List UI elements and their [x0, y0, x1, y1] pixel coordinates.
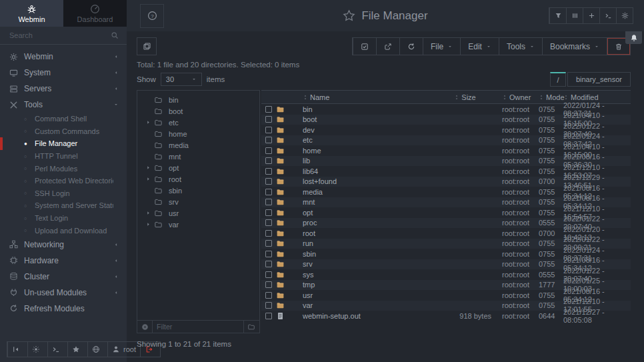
sort-icon — [454, 94, 459, 101]
row-checkbox[interactable] — [265, 219, 272, 226]
page-size-select[interactable]: 30 — [161, 73, 202, 86]
file-table: Name Size Owner Mode Modified binroot:ro… — [261, 90, 631, 333]
file-modified: 2021/12/27 - 08:05:08 — [563, 308, 631, 324]
select-view-button[interactable] — [137, 37, 157, 55]
row-checkbox[interactable] — [265, 127, 272, 133]
sidebar-item[interactable]: Cluster — [0, 269, 127, 285]
search-input[interactable] — [8, 31, 107, 40]
row-checkbox[interactable] — [265, 302, 272, 309]
tree-item[interactable]: root — [137, 173, 259, 185]
toolbar-button[interactable] — [399, 38, 423, 55]
folder-filter-icon[interactable] — [247, 323, 255, 331]
footer-button[interactable] — [67, 342, 87, 357]
tree-item[interactable]: var — [137, 219, 259, 230]
clear-filter-icon[interactable] — [141, 323, 149, 331]
header-action-button[interactable] — [566, 8, 583, 23]
sidebar-item[interactable]: ●File Manager — [0, 137, 127, 150]
sidebar-item[interactable]: ○Command Shell — [0, 113, 127, 125]
toolbar-button[interactable] — [353, 38, 376, 55]
row-checkbox[interactable] — [265, 106, 272, 113]
sidebar-item[interactable]: ○Perl Modules — [0, 162, 127, 175]
row-checkbox[interactable] — [265, 261, 272, 267]
sidebar-item[interactable]: ○Custom Commands — [0, 125, 127, 138]
logo-tab[interactable]: Dashboard — [63, 0, 127, 27]
tree-item[interactable]: media — [137, 139, 259, 151]
header-action-button[interactable] — [549, 8, 566, 23]
toolbar-button[interactable]: Tools — [499, 38, 542, 55]
sidebar-item[interactable]: System — [0, 65, 127, 81]
row-checkbox[interactable] — [265, 189, 272, 195]
sidebar-item[interactable]: ○System and Server Status — [0, 199, 127, 212]
sidebar-item[interactable]: ○SSH Login — [0, 187, 127, 200]
footer-button[interactable] — [87, 342, 107, 357]
sidebar-item[interactable]: Refresh Modules — [0, 301, 127, 317]
row-checkbox[interactable] — [265, 157, 272, 164]
tree-item[interactable]: sbin — [137, 185, 259, 196]
toolbar-button[interactable]: File — [423, 38, 460, 55]
sidebar-item[interactable]: ○Protected Web Directories — [0, 175, 127, 187]
row-checkbox[interactable] — [265, 281, 272, 288]
row-checkbox[interactable] — [265, 230, 272, 237]
sidebar-item[interactable]: ○Text Login — [0, 212, 127, 225]
row-checkbox[interactable] — [265, 147, 272, 154]
file-row[interactable]: webmin-setup.out918 bytesroot:root064420… — [261, 311, 631, 321]
file-owner: root:root — [497, 167, 533, 175]
header-action-button[interactable] — [616, 8, 633, 23]
row-checkbox[interactable] — [265, 178, 272, 185]
tree-item[interactable]: boot — [137, 105, 259, 117]
notifications-tab[interactable] — [625, 31, 642, 44]
header-action-button[interactable] — [583, 8, 599, 23]
row-checkbox[interactable] — [265, 251, 272, 257]
footer-button[interactable] — [47, 342, 67, 357]
toolbar-button[interactable]: Edit — [460, 38, 499, 55]
row-checkbox[interactable] — [265, 271, 272, 278]
sort-icon — [563, 94, 569, 101]
tree-item[interactable]: srv — [137, 196, 259, 207]
file-name: run — [296, 239, 433, 247]
row-checkbox[interactable] — [265, 168, 272, 175]
breadcrumb-root[interactable]: / — [550, 72, 566, 87]
sidebar-item[interactable]: Tools — [0, 97, 127, 113]
file-name: sys — [296, 271, 433, 279]
sidebar-item[interactable]: Hardware — [0, 253, 127, 269]
tree-item[interactable]: mnt — [137, 151, 259, 162]
sidebar-item[interactable]: Un-used Modules — [0, 285, 127, 301]
row-checkbox[interactable] — [265, 240, 272, 247]
breadcrumb-current[interactable]: binary_sensor — [567, 72, 631, 87]
toolbar-button[interactable] — [376, 38, 399, 55]
column-header-size[interactable]: Size — [433, 93, 497, 101]
sidebar-item[interactable]: Webmin — [0, 49, 127, 65]
sidebar-item-label: File Manager — [35, 139, 113, 147]
toolbar-button[interactable]: Bookmarks — [542, 38, 607, 55]
row-checkbox[interactable] — [265, 209, 272, 216]
help-button[interactable]: ? — [140, 4, 164, 28]
sidebar-item[interactable]: ○HTTP Tunnel — [0, 150, 127, 163]
sidebar-item[interactable]: Servers — [0, 81, 127, 97]
column-header-owner[interactable]: Owner — [497, 93, 533, 101]
tree-item[interactable]: opt — [137, 162, 259, 173]
tree-item[interactable]: home — [137, 128, 259, 139]
column-header-modified[interactable]: Modified — [563, 93, 631, 101]
row-checkbox[interactable] — [265, 116, 272, 123]
row-checkbox[interactable] — [265, 292, 272, 299]
footer-button[interactable] — [7, 342, 27, 357]
column-header-mode[interactable]: Mode — [533, 93, 563, 101]
row-checkbox[interactable] — [265, 199, 272, 205]
tree-item[interactable]: bin — [137, 94, 259, 105]
tree-item[interactable]: usr — [137, 207, 259, 219]
file-doc-icon — [276, 312, 285, 320]
row-checkbox[interactable] — [265, 313, 272, 319]
sidebar-item[interactable]: ○Upload and Download — [0, 224, 127, 237]
column-header-name[interactable]: Name — [296, 93, 433, 101]
tree-filter-input[interactable] — [152, 321, 244, 333]
row-checkbox[interactable] — [265, 137, 272, 143]
logo-tab[interactable]: Webmin — [0, 0, 63, 27]
footer-button[interactable] — [27, 342, 47, 357]
header-action-button[interactable] — [599, 8, 616, 23]
sidebar-item-label: System — [24, 68, 113, 77]
caret-left-icon — [113, 86, 119, 91]
caret-left-icon — [113, 54, 119, 59]
caret-left-icon — [113, 242, 119, 247]
sidebar-item[interactable]: Networking — [0, 237, 127, 253]
tree-item[interactable]: etc — [137, 117, 259, 128]
